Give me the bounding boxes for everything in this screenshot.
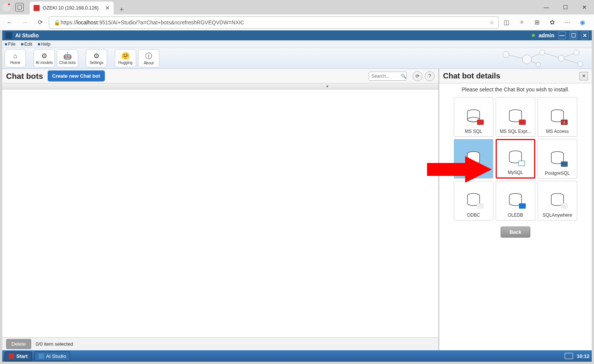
app-maximize-button[interactable]: ☐ (570, 32, 577, 39)
robot-icon: 🤖 (63, 52, 72, 60)
menu-edit[interactable]: ■Edit (21, 42, 32, 47)
window-minimize-button[interactable]: — (537, 0, 556, 14)
home-icon: ⌂ (13, 52, 18, 60)
mssql-badge-icon (519, 120, 526, 125)
card-label: MySQL (508, 170, 523, 175)
svg-point-7 (522, 55, 531, 64)
card-mysql[interactable]: MySQL (496, 139, 535, 179)
card-mssql[interactable]: MS SQL (454, 97, 493, 137)
svg-point-11 (574, 50, 579, 55)
mssql-badge-icon (477, 120, 484, 125)
toolbar-about-button[interactable]: ⓘAbout (138, 49, 159, 67)
odbc-badge-icon (477, 203, 484, 209)
favorites-icon[interactable]: ✧ (516, 17, 527, 28)
url-host: localhost (77, 19, 98, 26)
taskbar-app-button[interactable]: AI Studio (34, 351, 71, 361)
app-task-icon (39, 353, 44, 359)
forward-button: → (18, 16, 31, 29)
extensions-icon[interactable]: ✿ (547, 17, 557, 28)
address-bar: ← → ⟳ 🔒 https://localhost:9515/AI+Studio… (0, 14, 594, 30)
annotation-arrow-icon (427, 156, 492, 183)
sqlany-badge-icon (561, 203, 568, 209)
app-minimize-button[interactable]: — (558, 32, 566, 39)
keyboard-icon[interactable] (565, 353, 573, 359)
user-label[interactable]: admin (539, 32, 554, 38)
search-icon[interactable]: 🔍 (401, 73, 406, 79)
svg-marker-23 (427, 156, 492, 183)
url-rest: :9515/AI+Studio/?a=Chat+bots&ncrefreshRG… (98, 19, 244, 26)
chevron-down-icon: ▾ (326, 84, 328, 88)
toolbar-chatbots-button[interactable]: 🤖Chat bots (57, 49, 78, 67)
card-oledb[interactable]: OLEDB (496, 181, 535, 220)
card-odbc[interactable]: ODBC (454, 181, 493, 220)
oledb-badge-icon (519, 203, 526, 209)
delete-button[interactable]: Delete (6, 339, 31, 349)
taskbar: Start AI Studio 10:12 (2, 350, 592, 362)
app-logo-icon (5, 32, 12, 39)
favicon-icon (34, 5, 40, 11)
menu-icon[interactable]: ⋯ (562, 17, 573, 28)
toolbar-hugging-button[interactable]: 🤗Hugging (115, 49, 136, 67)
split-screen-icon[interactable]: ◫ (501, 17, 512, 28)
collections-icon[interactable]: ⊞ (531, 17, 542, 28)
card-label: SQLAnywhere (543, 212, 572, 218)
back-button[interactable]: Back (501, 227, 530, 238)
network-decoration-icon (500, 49, 588, 68)
toolbar-home-button[interactable]: ⌂Home (5, 49, 26, 67)
reload-button[interactable]: ⟳ (34, 16, 47, 29)
window-close-button[interactable]: ✕ (575, 0, 594, 14)
new-tab-button[interactable]: + (117, 5, 127, 14)
url-pre: https:// (61, 19, 77, 26)
svg-point-8 (539, 50, 545, 55)
panel-subtitle: Please select the Chat Bot you wish to i… (439, 83, 592, 96)
card-label: MS SQL (465, 129, 482, 134)
window-maximize-button[interactable]: ☐ (556, 0, 575, 14)
create-chatbot-button[interactable]: Create new Chat bot (48, 70, 105, 81)
card-label: ODBC (467, 212, 480, 218)
card-label: OLEDB (508, 212, 523, 218)
left-panel: Chat bots Create new Chat bot 🔍 ⟳ ? ▾ De… (2, 69, 439, 350)
menu-bar: ■File ■Edit ■Help (2, 40, 592, 48)
start-icon (9, 353, 14, 359)
lock-icon: 🔒 (53, 19, 61, 26)
card-mssqlexpress[interactable]: MS SQL Expr... (496, 97, 535, 137)
back-button[interactable]: ← (3, 16, 16, 29)
panel-title: Chat bot details (443, 72, 500, 80)
column-strip[interactable]: ▾ (2, 83, 438, 89)
copilot-icon[interactable]: ◉ (577, 17, 588, 28)
toolbar: ⌂Home ⚙AI models 🤖Chat bots ⚙Settings 🤗H… (2, 48, 592, 69)
browser-tab[interactable]: OZEKI 10 (192.168.0.126) ✕ (30, 2, 114, 14)
card-postgresql[interactable]: PostgreSQL (538, 139, 577, 179)
svg-point-6 (503, 51, 509, 57)
info-icon: ⓘ (145, 51, 152, 61)
refresh-button[interactable]: ⟳ (413, 71, 422, 81)
url-field[interactable]: 🔒 https://localhost:9515/AI+Studio/?a=Ch… (49, 16, 499, 29)
access-badge-icon: A (561, 120, 568, 125)
tab-title: OZEKI 10 (192.168.0.126) (43, 5, 99, 11)
menu-file[interactable]: ■File (5, 42, 16, 47)
panel-close-button[interactable]: ✕ (580, 72, 588, 80)
card-msaccess[interactable]: A MS Access (538, 97, 577, 137)
svg-point-12 (578, 61, 583, 67)
tab-actions-icon[interactable] (15, 3, 24, 11)
favorite-icon[interactable]: ☆ (490, 19, 494, 26)
right-panel: Chat bot details ✕ Please select the Cha… (439, 69, 592, 350)
menu-help[interactable]: ■Help (38, 42, 51, 47)
app-close-button[interactable]: ✕ (581, 32, 589, 39)
close-tab-icon[interactable]: ✕ (105, 5, 110, 11)
mysql-badge-icon (518, 161, 525, 166)
toolbar-models-button[interactable]: ⚙AI models (34, 49, 55, 67)
page-title: Chat bots (6, 72, 43, 81)
card-label: MS Access (546, 129, 568, 134)
hugging-icon: 🤗 (121, 52, 130, 60)
app-title: AI Studio (15, 32, 39, 38)
gear-icon: ⚙ (41, 52, 47, 60)
selection-status: 0/0 item selected (36, 341, 73, 347)
toolbar-settings-button[interactable]: ⚙Settings (86, 49, 107, 67)
start-button[interactable]: Start (5, 351, 32, 361)
svg-point-9 (536, 62, 541, 67)
browser-tab-strip: OZEKI 10 (192.168.0.126) ✕ + — ☐ ✕ (0, 0, 594, 14)
profile-icon[interactable] (2, 3, 11, 11)
help-button[interactable]: ? (425, 71, 435, 81)
card-sqlanywhere[interactable]: SQLAnywhere (538, 181, 577, 220)
